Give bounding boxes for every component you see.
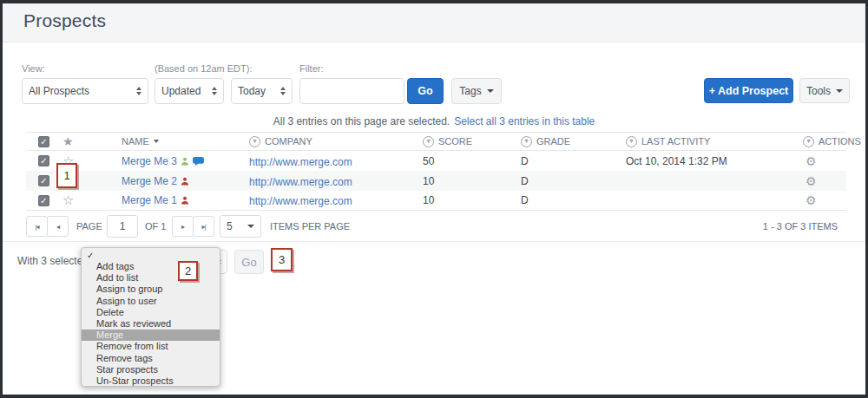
column-filter-icon[interactable]: ▾: [521, 136, 532, 147]
page-label: PAGE: [76, 221, 102, 232]
last-page-button[interactable]: ▸|: [193, 216, 214, 237]
column-header-last-activity[interactable]: ▾ LAST ACTIVITY: [626, 136, 791, 147]
comment-icon: [193, 153, 204, 169]
first-page-button[interactable]: |◂: [26, 216, 48, 237]
prospect-name-link[interactable]: Merge Me 1: [122, 194, 177, 206]
grade-value: D: [521, 175, 626, 187]
page-title: Prospects: [23, 10, 106, 31]
view-label: View:: [22, 63, 45, 74]
gear-icon[interactable]: ⚙: [806, 193, 817, 207]
bulk-action-menu: ✓ Add tags Add to list Assign to group A…: [81, 247, 220, 387]
items-per-page-label: ITEMS PER PAGE: [270, 221, 350, 232]
score-value: 10: [423, 194, 521, 206]
grade-value: D: [521, 194, 626, 206]
column-filter-icon[interactable]: ▾: [803, 136, 814, 147]
tags-button-label: Tags: [459, 85, 481, 97]
menu-item-remove-from-list[interactable]: Remove from list: [82, 341, 220, 352]
filter-label: Filter:: [299, 63, 324, 74]
gear-icon[interactable]: ⚙: [806, 174, 817, 188]
next-page-button[interactable]: ▸: [172, 216, 194, 237]
menu-item-unstar-prospects[interactable]: Un-Star prospects: [82, 375, 220, 387]
items-per-page-select[interactable]: 5: [220, 215, 261, 238]
of-pages-label: OF 1: [145, 221, 166, 232]
menu-item-star-prospects[interactable]: Star prospects: [82, 364, 220, 375]
page-header: Prospects: [3, 3, 865, 42]
today-select-value: Today: [238, 85, 266, 97]
annotation-step-2: 2: [178, 261, 198, 281]
view-select[interactable]: All Prospects: [22, 78, 148, 104]
selected-check-icon[interactable]: ✓: [82, 250, 220, 261]
column-header-grade[interactable]: ▾ GRADE: [521, 136, 626, 147]
company-link[interactable]: http://www.merge.com: [249, 195, 352, 207]
menu-item-assign-to-user[interactable]: Assign to user: [82, 296, 220, 307]
prev-page-button[interactable]: ◂: [47, 216, 69, 237]
menu-item-assign-to-group[interactable]: Assign to group: [82, 284, 220, 295]
select-spinner-icon: [280, 87, 286, 95]
selection-banner-text: All 3 entries on this page are selected.: [273, 115, 450, 127]
score-value: 50: [423, 155, 521, 167]
select-spinner-icon: [136, 87, 141, 95]
tools-button[interactable]: Tools: [799, 78, 850, 103]
selection-banner: All 3 entries on this page are selected.…: [3, 111, 865, 131]
assigned-user-green-icon: [181, 157, 189, 166]
tags-button[interactable]: Tags: [451, 78, 502, 104]
items-per-page-value: 5: [227, 220, 233, 232]
column-filter-icon[interactable]: ▾: [249, 136, 260, 147]
based-on-label: (Based on 12am EDT):: [155, 63, 253, 74]
column-filter-icon[interactable]: ▾: [626, 136, 637, 147]
updated-select-value: Updated: [161, 85, 201, 97]
page-number-input[interactable]: [107, 215, 138, 238]
row-checkbox[interactable]: ✓: [38, 155, 49, 166]
select-all-checkbox[interactable]: ✓: [38, 136, 49, 147]
menu-item-add-tags[interactable]: Add tags: [82, 261, 220, 272]
filter-go-button[interactable]: Go: [407, 78, 444, 104]
section-divider: [3, 241, 865, 242]
column-header-actions[interactable]: ▾ ACTIONS: [803, 136, 861, 147]
score-value: 10: [423, 175, 521, 187]
today-select[interactable]: Today: [231, 78, 293, 104]
menu-item-delete[interactable]: Delete: [82, 307, 220, 318]
filter-input[interactable]: [299, 78, 404, 104]
table-row: ✓ ☆ Merge Me 3 http://www.merge.com 50 D…: [26, 151, 846, 171]
items-range-label: 1 - 3 OF 3 ITEMS: [763, 221, 838, 232]
sort-desc-icon: [154, 140, 159, 143]
annotation-step-1: 1: [56, 163, 77, 188]
annotation-step-3: 3: [271, 248, 293, 271]
select-spinner-icon: [212, 87, 217, 95]
updated-select[interactable]: Updated: [155, 78, 224, 104]
chevron-down-icon: [836, 89, 843, 93]
prospect-name-link[interactable]: Merge Me 3: [122, 155, 177, 167]
star-column-icon[interactable]: ★: [62, 134, 74, 148]
tools-button-label: Tools: [806, 85, 831, 97]
bulk-go-button[interactable]: Go: [234, 250, 264, 274]
chevron-down-icon: [487, 89, 494, 93]
menu-item-mark-as-reviewed[interactable]: Mark as reviewed: [82, 318, 220, 329]
assigned-user-red-icon: [181, 177, 189, 186]
prospect-name-link[interactable]: Merge Me 2: [122, 175, 177, 187]
company-link[interactable]: http://www.merge.com: [249, 156, 352, 168]
gear-icon[interactable]: ⚙: [806, 154, 817, 168]
table-header-row: ✓ ★ NAME ▾ COMPANY ▾ SCORE ▾ GRADE: [26, 132, 846, 151]
column-header-score[interactable]: ▾ SCORE: [423, 136, 521, 147]
column-header-name[interactable]: NAME: [122, 136, 249, 147]
menu-item-merge[interactable]: Merge: [82, 329, 220, 341]
chevron-down-icon: [247, 225, 254, 228]
prospects-table: ✓ ★ NAME ▾ COMPANY ▾ SCORE ▾ GRADE: [26, 132, 846, 211]
assigned-user-red-icon: [181, 196, 189, 205]
menu-item-remove-tags[interactable]: Remove tags: [82, 353, 220, 364]
app-window: Prospects View: (Based on 12am EDT): Fil…: [3, 3, 865, 395]
table-row: ✓ ☆ Merge Me 2 http://www.merge.com 10 D…: [26, 171, 846, 191]
screenshot-frame: Prospects View: (Based on 12am EDT): Fil…: [0, 0, 868, 398]
menu-item-add-to-list[interactable]: Add to list: [82, 272, 220, 284]
column-filter-icon[interactable]: ▾: [423, 136, 434, 147]
star-icon[interactable]: ☆: [62, 192, 74, 207]
company-link[interactable]: http://www.merge.com: [249, 176, 352, 188]
row-checkbox[interactable]: ✓: [38, 175, 49, 186]
grade-value: D: [521, 155, 626, 167]
row-checkbox[interactable]: ✓: [38, 195, 49, 206]
view-select-value: All Prospects: [29, 85, 89, 97]
add-prospect-button[interactable]: + Add Prospect: [704, 78, 793, 103]
select-all-link[interactable]: Select all 3 entries in this table: [454, 115, 595, 127]
table-row: ✓ ☆ Merge Me 1 http://www.merge.com 10 D…: [26, 191, 846, 211]
column-header-company[interactable]: ▾ COMPANY: [249, 136, 423, 147]
